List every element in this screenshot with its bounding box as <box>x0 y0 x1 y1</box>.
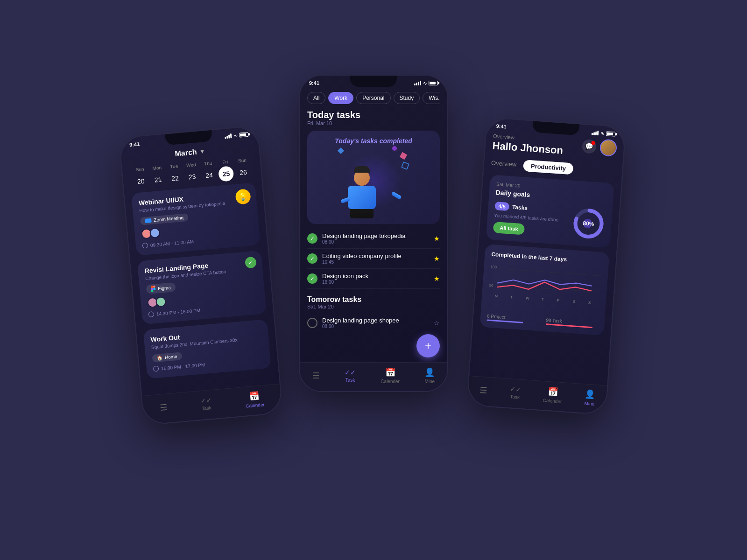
left-nav-menu[interactable]: ☰ <box>159 402 168 413</box>
calendar-nav-icon: 📅 <box>249 391 260 402</box>
right-menu-icon: ☰ <box>479 385 487 396</box>
all-task-button[interactable]: All task <box>493 222 525 235</box>
stat-task: 98 Task <box>546 317 598 329</box>
tomorrow-task-1[interactable]: Design landing page shopee 08.00 ☆ <box>307 313 440 333</box>
svg-line-11 <box>498 285 600 292</box>
svg-text:F: F <box>557 298 560 302</box>
svg-text:T: T <box>510 295 513 299</box>
shape-1 <box>338 147 344 154</box>
right-battery-icon <box>606 131 616 136</box>
notification-icon[interactable]: 💬 <box>582 139 597 154</box>
tomorrow-task-name-1: Design landing page shopee <box>322 317 429 324</box>
center-task-icon: ✓✓ <box>345 369 356 376</box>
svg-rect-1 <box>153 286 155 288</box>
center-time: 9:41 <box>309 80 319 86</box>
cal-day-fri25[interactable]: Fri 25 <box>217 159 235 182</box>
task-count: 4/5 <box>494 202 509 211</box>
fab-icon: + <box>425 339 431 352</box>
stats-row: 8 Project 98 Task <box>487 313 599 329</box>
cal-day-wed23[interactable]: Wed 23 <box>183 161 201 185</box>
right-nav-calendar[interactable]: 📅 Calender <box>543 386 563 404</box>
revisi-card[interactable]: ✓ Revisi Landing Page Change the icon an… <box>137 251 267 325</box>
today-tasks-header: Today tasks Fri, Mar 10 <box>307 110 440 126</box>
center-nav-menu[interactable]: ☰ <box>312 371 320 381</box>
left-time: 9:41 <box>129 141 140 147</box>
clock-icon-3 <box>153 366 159 372</box>
zoom-icon <box>145 218 152 223</box>
task-badge: 4/5 Tasks <box>494 202 528 212</box>
tab-wish[interactable]: Wis... <box>423 92 440 104</box>
svg-text:50: 50 <box>489 283 493 288</box>
notif-dot <box>591 141 595 145</box>
center-calendar-icon: 📅 <box>385 367 395 378</box>
cal-day-tue22[interactable]: Tue 22 <box>165 163 184 187</box>
left-nav-calendar[interactable]: 📅 Calender <box>245 390 265 408</box>
cal-day-thu24[interactable]: Thu 24 <box>199 160 218 183</box>
svg-text:S: S <box>588 301 591 305</box>
tab-study[interactable]: Study <box>394 92 420 104</box>
center-menu-icon: ☰ <box>312 371 320 381</box>
right-header-icons: 💬 <box>582 138 617 157</box>
svg-text:M: M <box>494 294 498 298</box>
daily-goals-card: Sat, Mar 20 Daily goals 4/5 Tasks You ma… <box>486 175 614 248</box>
center-nav-mine[interactable]: 👤 Mine <box>424 367 435 384</box>
goals-row: 4/5 Tasks You marked 4/5 tasks are done … <box>493 201 606 241</box>
line-chart-card: Completed in the last 7 days 100 50 M T <box>480 244 610 336</box>
center-mine-icon: 👤 <box>424 367 435 378</box>
revisi-tool: Figma <box>146 282 176 294</box>
tomorrow-task-list: Design landing page shopee 08.00 ☆ <box>307 313 440 333</box>
phones-container: 9:41 ∿ March ▼ <box>93 47 654 513</box>
donut-percent: 80% <box>583 220 594 227</box>
today-date: Fri, Mar 10 <box>307 120 440 126</box>
calendar-arrow: ▼ <box>199 148 205 155</box>
task-item-2[interactable]: ✓ Editing video company profile 10.45 ★ <box>307 249 440 269</box>
right-time: 9:41 <box>496 123 507 130</box>
wifi-icon: ∿ <box>233 133 238 139</box>
shape-3 <box>401 161 409 170</box>
left-content: March ▼ Sun 20 Mon 21 Tue 22 Wed <box>120 139 278 379</box>
tab-personal[interactable]: Personal <box>356 92 390 104</box>
star-3[interactable]: ★ <box>434 275 440 282</box>
center-nav-task[interactable]: ✓✓ Task <box>345 369 356 383</box>
goals-info: 4/5 Tasks You marked 4/5 tasks are done … <box>493 201 573 238</box>
right-wifi-icon: ∿ <box>600 131 605 136</box>
right-nav-menu[interactable]: ☰ <box>479 385 487 396</box>
tab-work[interactable]: Work <box>328 92 353 104</box>
check-3: ✓ <box>307 273 317 284</box>
left-bottom-nav: ☰ ✓✓ Task 📅 Calender <box>142 384 282 425</box>
star-2[interactable]: ★ <box>434 255 440 262</box>
left-nav-task[interactable]: ✓✓ Task <box>200 396 212 411</box>
right-nav-task[interactable]: ✓✓ Task <box>509 385 521 400</box>
check-2: ✓ <box>307 253 317 264</box>
right-status-icons: ∿ <box>592 130 616 137</box>
phone-left: 9:41 ∿ March ▼ <box>119 125 283 426</box>
hair <box>354 166 370 173</box>
cal-day-mon21[interactable]: Mon 21 <box>148 165 167 188</box>
user-avatar[interactable] <box>599 139 617 156</box>
cal-day-sun20[interactable]: Sun 20 <box>131 166 150 189</box>
cal-day-sun26[interactable]: Sun 26 <box>233 157 252 181</box>
center-wifi-icon: ∿ <box>423 81 427 86</box>
webinar-card[interactable]: 💡 Webinar UI/UX How to make design syste… <box>131 182 261 256</box>
tomorrow-date: Sat, Mar 20 <box>307 304 440 309</box>
task-time-3: 16.00 <box>322 280 429 285</box>
workout-card[interactable]: Work Out Squat Jumps 20x, Mountain Climb… <box>143 319 271 379</box>
star-empty-1[interactable]: ☆ <box>434 319 440 327</box>
right-calendar-icon: 📅 <box>548 386 558 397</box>
phone-right: 9:41 ∿ 💬 <box>466 117 627 415</box>
fab-button[interactable]: + <box>416 334 440 357</box>
tab-all[interactable]: All <box>307 92 325 104</box>
webinar-tool: Zoom Meeting <box>140 213 189 225</box>
tomorrow-task-time-1: 08.00 <box>322 324 429 329</box>
task-item-1[interactable]: ✓ Design landing page tokopedia 08.00 ★ <box>307 229 440 249</box>
task-item-3[interactable]: ✓ Design icon pack 16.00 ★ <box>307 269 440 289</box>
right-nav-mine[interactable]: 👤 Mine <box>584 389 595 406</box>
character-illustration <box>336 144 411 221</box>
star-1[interactable]: ★ <box>434 235 440 242</box>
center-battery-icon <box>429 81 438 85</box>
task-name-3: Design icon pack <box>322 273 429 280</box>
svg-text:W: W <box>526 296 530 301</box>
prod-tab-overview[interactable]: Overview <box>491 157 517 171</box>
shape-4 <box>392 146 397 151</box>
center-nav-calendar[interactable]: 📅 Calender <box>381 367 400 384</box>
